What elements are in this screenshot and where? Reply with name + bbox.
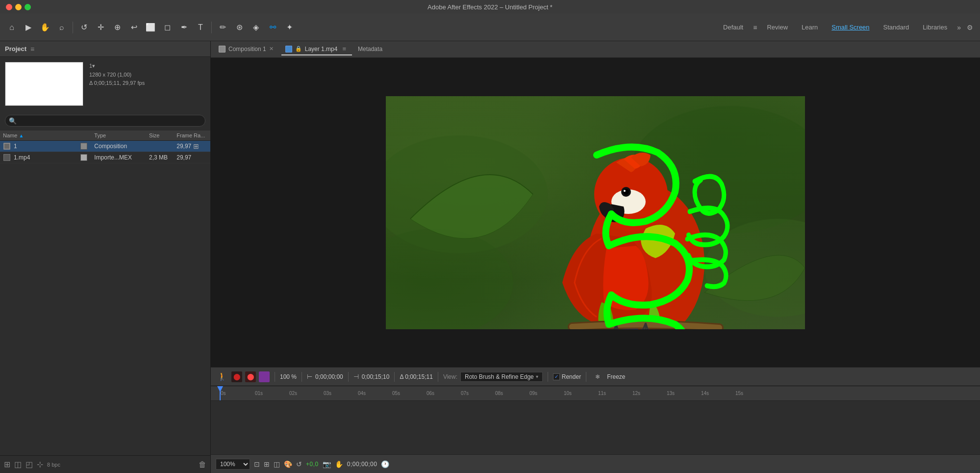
ruler-mark-07s: 07s bbox=[461, 391, 495, 396]
viewer-tab-metadata[interactable]: Metadata bbox=[354, 44, 388, 55]
timecode-in-icon: ⊢ bbox=[307, 373, 312, 380]
preview-thumbnail bbox=[5, 62, 83, 106]
safe-zones-icon[interactable]: ◫ bbox=[274, 460, 280, 468]
zoom-select[interactable]: 100% Fit 50% 200% bbox=[216, 459, 250, 470]
view-dropdown[interactable]: Roto Brush & Refine Edge ▾ bbox=[460, 372, 543, 382]
grid-icon[interactable]: ⊞ bbox=[264, 460, 270, 468]
home-icon[interactable]: ⌂ bbox=[4, 20, 20, 35]
th-fps[interactable]: Frame Ra... bbox=[174, 132, 210, 138]
viewer-tab-comp1[interactable]: Composition 1 ✕ bbox=[215, 44, 279, 55]
timecode-out: 0;00;15;10 bbox=[362, 373, 390, 380]
pen-tool-icon[interactable]: ✒ bbox=[176, 20, 192, 35]
tab-standard[interactable]: Standard bbox=[877, 22, 916, 33]
tab-default[interactable]: Default bbox=[716, 22, 750, 33]
eraser-tool-icon[interactable]: ◈ bbox=[248, 20, 264, 35]
th-type[interactable]: Type bbox=[91, 132, 146, 138]
toolbar-sep-7 bbox=[586, 372, 586, 382]
bpc-label: 8 bpc bbox=[47, 462, 60, 468]
row-size-video: 2,3 MB bbox=[146, 154, 174, 161]
camera-icon[interactable]: 📷 bbox=[323, 460, 331, 468]
play-icon[interactable]: ▶ bbox=[21, 20, 36, 35]
workspace-tab-options-icon[interactable]: ≡ bbox=[750, 24, 760, 31]
ruler-mark-09s: 09s bbox=[529, 391, 564, 396]
project-panel-menu-icon[interactable]: ≡ bbox=[30, 45, 34, 53]
clock-icon[interactable]: 🕐 bbox=[381, 460, 389, 468]
toolbar-divider-2 bbox=[211, 22, 212, 33]
anchor-icon[interactable]: ⊕ bbox=[109, 20, 125, 35]
view-value: Roto Brush & Refine Edge bbox=[465, 373, 534, 380]
timeline-playhead[interactable] bbox=[220, 386, 221, 400]
walk-icon[interactable]: 🚶 bbox=[216, 370, 228, 383]
hand-icon[interactable]: ✋ bbox=[37, 20, 53, 35]
roto2-icon[interactable]: ⬤ bbox=[245, 371, 256, 382]
viewer-tab-layer-label: Layer 1.mp4 bbox=[305, 46, 338, 53]
title-bar: Adobe After Effects 2022 – Untitled Proj… bbox=[0, 0, 980, 14]
preview-count: 1▾ bbox=[89, 62, 145, 71]
color-correction-icon[interactable]: 🎨 bbox=[284, 460, 292, 468]
mask-select-icon[interactable]: ⬜ bbox=[143, 20, 158, 35]
tab-learn[interactable]: Learn bbox=[795, 22, 825, 33]
timeline-ruler[interactable]: 0s 01s 02s 03s 04s 05s 06s 07s 08s 09s 1… bbox=[211, 386, 980, 401]
viewer-tab-layer[interactable]: 🔒 Layer 1.mp4 ≡ bbox=[281, 43, 352, 55]
search-box[interactable]: 🔍 bbox=[5, 115, 205, 127]
purple-roto-icon[interactable] bbox=[259, 371, 270, 382]
new-folder-icon[interactable]: ⊞ bbox=[4, 460, 10, 469]
tab-review[interactable]: Review bbox=[760, 22, 795, 33]
shape-icon[interactable]: ◻ bbox=[159, 20, 175, 35]
view-label: View: bbox=[443, 373, 457, 380]
toolbar-sep-1 bbox=[275, 372, 275, 382]
new-item-icon[interactable]: ◰ bbox=[25, 460, 33, 469]
move-icon[interactable]: ✛ bbox=[93, 20, 108, 35]
viewer-tab-menu-icon[interactable]: ≡ bbox=[342, 45, 346, 53]
render-checkbox[interactable]: ✓ Render bbox=[553, 373, 581, 380]
undo-icon[interactable]: ↩ bbox=[126, 20, 142, 35]
freeze-icon[interactable]: ❄ bbox=[591, 370, 604, 383]
current-timecode: 0;00;00;00 bbox=[347, 461, 377, 468]
maximize-button[interactable] bbox=[25, 4, 31, 10]
workspace-expand-icon[interactable]: » bbox=[954, 24, 964, 31]
row-type-comp: Composition bbox=[91, 143, 146, 150]
toolbar-sep-3 bbox=[348, 372, 349, 382]
roto-controls-bar: 🚶 ⬤ ⬤ 100 % ⊢ 0;00;00;00 ⊣ 0;00;15;10 Δ … bbox=[211, 367, 980, 386]
ruler-mark-12s: 12s bbox=[632, 391, 667, 396]
th-name[interactable]: Name ▲ bbox=[0, 132, 77, 138]
comp-icon bbox=[3, 142, 11, 150]
pin-tool-icon[interactable]: ✦ bbox=[281, 20, 297, 35]
new-comp-icon[interactable]: ◫ bbox=[14, 460, 22, 469]
close-button[interactable] bbox=[6, 4, 12, 10]
toolbar-sep-4 bbox=[394, 372, 395, 382]
tab-small-screen[interactable]: Small Screen bbox=[825, 22, 876, 33]
viewer-bottom-bar: 100% Fit 50% 200% ⊡ ⊞ ◫ 🎨 ↺ +0,0 📷 ✋ 0;0… bbox=[211, 454, 980, 473]
lock-icon: 🔒 bbox=[295, 46, 302, 52]
th-size[interactable]: Size bbox=[146, 132, 174, 138]
project-panel-title: Project bbox=[5, 45, 26, 53]
trash-icon[interactable]: 🗑 bbox=[199, 460, 206, 469]
svg-point-8 bbox=[623, 189, 629, 195]
render-checkbox-box[interactable]: ✓ bbox=[553, 373, 560, 380]
viewer-tab-close-icon[interactable]: ✕ bbox=[269, 46, 274, 52]
table-row[interactable]: 1.mp4 Importe...MEX 2,3 MB 29,97 bbox=[0, 152, 210, 163]
ruler-mark-14s: 14s bbox=[701, 391, 735, 396]
ruler-mark-04s: 04s bbox=[358, 391, 392, 396]
tab-libraries[interactable]: Libraries bbox=[916, 22, 954, 33]
roto1-icon[interactable]: ⬤ bbox=[231, 371, 242, 382]
rotate-back-icon[interactable]: ↺ bbox=[76, 20, 92, 35]
clone-tool-icon[interactable]: ⊛ bbox=[231, 20, 247, 35]
fit-icon[interactable]: ⊡ bbox=[254, 460, 260, 468]
svg-point-9 bbox=[624, 190, 626, 192]
hand-viewer-icon[interactable]: ✋ bbox=[335, 460, 343, 468]
table-row[interactable]: 1 Composition 29,97 ⊞ bbox=[0, 141, 210, 152]
menu-bar: ⌂ ▶ ✋ ⌕ ↺ ✛ ⊕ ↩ ⬜ ◻ ✒ T ✏ ⊛ ◈ ⚯ ✦ Defaul… bbox=[0, 14, 980, 41]
refresh-icon[interactable]: ↺ bbox=[296, 460, 302, 468]
search-zoom-icon[interactable]: ⌕ bbox=[54, 20, 70, 35]
paint-tool-icon[interactable]: ✏ bbox=[215, 20, 230, 35]
roto-brush-icon[interactable]: ⚯ bbox=[265, 20, 280, 35]
parrot-scene bbox=[386, 96, 805, 329]
interpret-icon[interactable]: ⊹ bbox=[37, 460, 43, 469]
right-panel: Composition 1 ✕ 🔒 Layer 1.mp4 ≡ Metadata bbox=[211, 41, 980, 473]
minimize-button[interactable] bbox=[15, 4, 22, 10]
text-tool-icon[interactable]: T bbox=[193, 20, 208, 35]
ruler-mark-03s: 03s bbox=[324, 391, 358, 396]
workspace-gear-icon[interactable]: ⚙ bbox=[964, 24, 976, 31]
search-input[interactable] bbox=[5, 115, 205, 127]
